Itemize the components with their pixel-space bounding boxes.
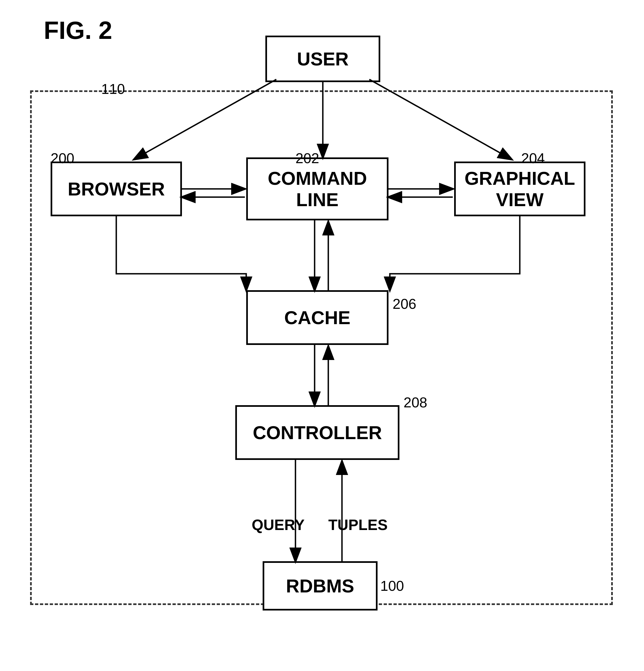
tuples-label: TUPLES: [328, 516, 388, 534]
graphical-line2: VIEW: [465, 189, 575, 210]
cache-box: CACHE: [246, 290, 388, 345]
query-label: QUERY: [252, 516, 305, 534]
browser-box: BROWSER: [51, 162, 182, 216]
ref-label-100: 100: [380, 578, 404, 594]
cmdline-line2: LINE: [268, 189, 367, 210]
user-box: USER: [266, 36, 380, 82]
graphical-view-box: GRAPHICAL VIEW: [454, 162, 585, 216]
ref-label-200: 200: [51, 150, 74, 166]
ref-label-202: 202: [295, 150, 319, 166]
ref-label-110: 110: [101, 81, 125, 97]
ref-label-204: 204: [521, 150, 545, 166]
ref-label-208: 208: [403, 394, 427, 411]
cmdline-box: COMMAND LINE: [246, 157, 388, 220]
cmdline-line1: COMMAND: [268, 167, 367, 189]
graphical-line1: GRAPHICAL: [465, 167, 575, 189]
controller-box: CONTROLLER: [235, 405, 399, 460]
page-container: FIG. 2 110 USER BROWSER 200 COMMAND LINE…: [0, 0, 644, 671]
ref-label-206: 206: [392, 296, 416, 312]
rdbms-box: RDBMS: [263, 561, 377, 610]
figure-title: FIG. 2: [44, 16, 112, 45]
